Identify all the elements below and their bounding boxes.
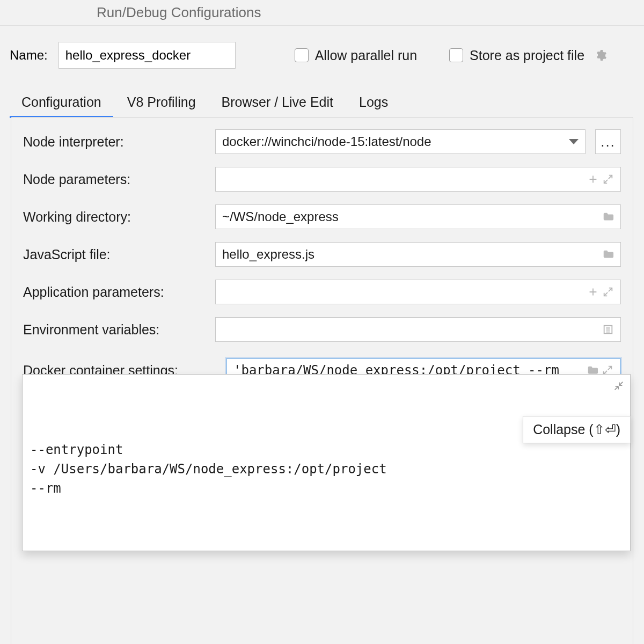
javascript-file-value: hello_express.js	[222, 247, 599, 262]
application-parameters-label: Application parameters:	[23, 284, 206, 300]
collapse-icon[interactable]	[613, 380, 625, 392]
docker-settings-expanded-editor[interactable]: --entrypoint -v /Users/barbara/WS/node_e…	[22, 374, 631, 551]
node-interpreter-select[interactable]: docker://winchci/node-15:latest/node	[215, 129, 586, 154]
tab-configuration[interactable]: Configuration	[21, 90, 101, 118]
folder-icon[interactable]	[602, 211, 614, 223]
tab-bar: Configuration V8 Profiling Browser / Liv…	[11, 85, 633, 118]
working-directory-row: Working directory: ~/WS/node_express	[23, 204, 621, 229]
node-parameters-label: Node parameters:	[23, 172, 206, 187]
name-row: Name: Allow parallel run Store as projec…	[0, 26, 644, 85]
javascript-file-row: JavaScript file: hello_express.js	[23, 242, 621, 267]
tab-browser-live-edit[interactable]: Browser / Live Edit	[222, 90, 333, 118]
node-interpreter-label: Node interpreter:	[23, 134, 206, 150]
collapse-tooltip: Collapse (⇧⏎)	[523, 416, 631, 443]
environment-variables-label: Environment variables:	[23, 322, 206, 338]
plus-icon[interactable]	[587, 286, 599, 298]
node-parameters-row: Node parameters:	[23, 167, 621, 192]
checkbox-icon[interactable]	[295, 48, 309, 62]
tab-logs[interactable]: Logs	[359, 90, 388, 118]
gear-icon[interactable]	[594, 49, 607, 62]
name-label: Name:	[10, 48, 48, 63]
store-as-project-label: Store as project file	[470, 48, 584, 63]
working-directory-label: Working directory:	[23, 209, 206, 225]
dialog-title: Run/Debug Configurations	[0, 0, 644, 26]
allow-parallel-checkbox-wrap[interactable]: Allow parallel run	[295, 48, 417, 63]
javascript-file-input[interactable]: hello_express.js	[215, 242, 621, 267]
javascript-file-label: JavaScript file:	[23, 247, 206, 262]
working-directory-value: ~/WS/node_express	[222, 209, 599, 224]
application-parameters-input[interactable]	[215, 280, 621, 304]
environment-variables-row: Environment variables:	[23, 317, 621, 342]
application-parameters-row: Application parameters:	[23, 280, 621, 304]
list-icon[interactable]	[602, 324, 614, 335]
allow-parallel-label: Allow parallel run	[315, 48, 417, 63]
node-interpreter-value: docker://winchci/node-15:latest/node	[222, 134, 565, 149]
store-as-project-checkbox-wrap[interactable]: Store as project file	[449, 48, 607, 63]
chevron-down-icon	[569, 139, 579, 144]
working-directory-input[interactable]: ~/WS/node_express	[215, 204, 621, 229]
expand-icon[interactable]	[602, 286, 614, 298]
node-parameters-input[interactable]	[215, 167, 621, 192]
checkbox-icon[interactable]	[449, 48, 463, 62]
plus-icon[interactable]	[587, 173, 599, 185]
expand-icon[interactable]	[602, 173, 614, 185]
folder-icon[interactable]	[602, 248, 614, 260]
tab-v8-profiling[interactable]: V8 Profiling	[127, 90, 196, 118]
docker-settings-expanded-text[interactable]: --entrypoint -v /Users/barbara/WS/node_e…	[30, 440, 623, 498]
environment-variables-input[interactable]	[215, 317, 621, 342]
configuration-panel: Node interpreter: docker://winchci/node-…	[11, 117, 633, 644]
node-interpreter-row: Node interpreter: docker://winchci/node-…	[23, 129, 621, 154]
name-input[interactable]	[58, 42, 236, 69]
collapse-tooltip-text: Collapse (⇧⏎)	[533, 422, 620, 437]
node-interpreter-browse-button[interactable]: ...	[595, 129, 621, 154]
